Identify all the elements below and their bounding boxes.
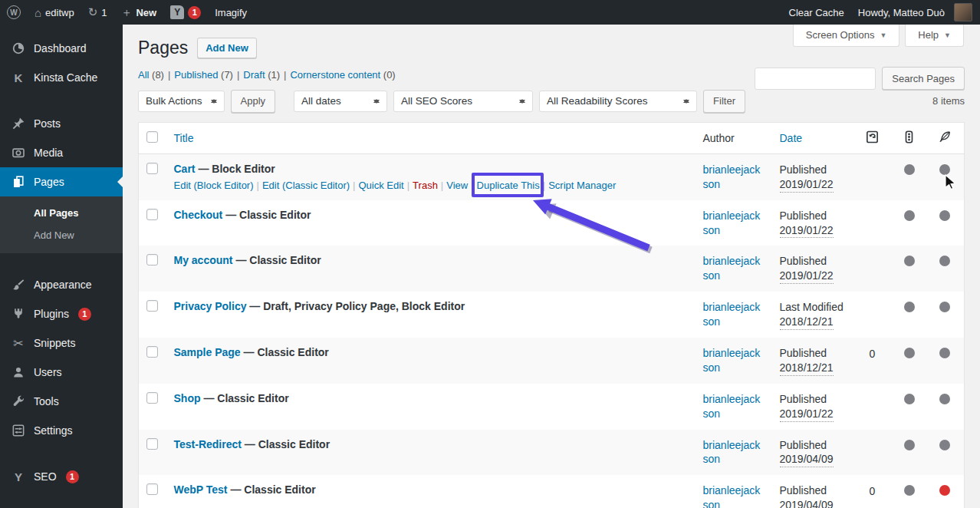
avatar	[954, 3, 972, 21]
sidebar-item-snippets[interactable]: ✂ Snippets	[0, 328, 123, 358]
date-status: Published	[780, 163, 845, 177]
row-action-script-manager[interactable]: Script Manager	[548, 180, 616, 191]
view-count: (7)	[218, 69, 233, 81]
row-action-quick-edit[interactable]: Quick Edit	[358, 180, 403, 191]
seo-scores-filter-select[interactable]: All SEO Scores	[393, 91, 533, 112]
sidebar-item-plugins[interactable]: Plugins 1	[0, 299, 123, 328]
screen-options-tab[interactable]: Screen Options ▼	[793, 25, 900, 47]
imagify-menu[interactable]: Imagify	[208, 0, 254, 25]
sidebar-item-pages[interactable]: Pages	[0, 167, 123, 196]
sidebar-item-media[interactable]: Media	[0, 138, 123, 167]
table-row: Checkout — Classic Editor brianleejackso…	[139, 200, 965, 246]
separator: |	[237, 69, 239, 81]
sidebar-item-dashboard[interactable]: Dashboard	[0, 34, 123, 63]
page-title-link[interactable]: Privacy Policy	[174, 300, 247, 312]
sidebar-item-settings[interactable]: Settings	[0, 416, 123, 445]
table-header-row: Title Author Date	[139, 122, 965, 153]
date-value: 2019/01/22	[780, 177, 834, 193]
new-content-menu[interactable]: ＋ New	[113, 0, 163, 25]
wp-logo-menu[interactable]: W	[0, 0, 28, 25]
author-link[interactable]: brianleejackson	[703, 483, 765, 508]
author-link[interactable]: brianleejackson	[703, 346, 765, 375]
kinsta-icon: K	[11, 70, 26, 85]
page-title-link[interactable]: Shop	[174, 392, 201, 404]
apply-button[interactable]: Apply	[231, 90, 276, 113]
filter-button[interactable]: Filter	[703, 90, 745, 113]
column-header-seo-score[interactable]	[893, 122, 926, 153]
row-checkbox[interactable]	[146, 300, 158, 312]
row-action-duplicate-this[interactable]: Duplicate This	[477, 180, 540, 191]
row-checkbox[interactable]	[146, 163, 158, 174]
plug-icon	[11, 306, 26, 322]
page-title-link[interactable]: Test-Redirect	[174, 438, 242, 450]
row-action-edit-block-editor-[interactable]: Edit (Block Editor)	[174, 180, 254, 191]
user-icon	[11, 365, 26, 380]
page-title-link[interactable]: My account	[174, 254, 233, 266]
items-count: 8 items	[932, 95, 965, 107]
view-filter-draft[interactable]: Draft	[243, 69, 265, 81]
view-filter-all[interactable]: All	[138, 69, 149, 81]
row-checkbox[interactable]	[146, 209, 158, 220]
author-link[interactable]: brianleejackson	[703, 209, 765, 238]
table-row: Shop — Classic Editor brianleejackson Pu…	[139, 384, 965, 430]
view-filter-published[interactable]: Published	[174, 69, 218, 81]
sidebar-item-kinsta-cache[interactable]: K Kinsta Cache	[0, 63, 123, 92]
my-account-menu[interactable]: Howdy, Matteo Duò	[851, 0, 980, 25]
date-status: Published	[780, 392, 845, 407]
column-header-redirects[interactable]	[853, 122, 893, 153]
view-count: (1)	[265, 69, 281, 81]
author-link[interactable]: brianleejackson	[703, 438, 765, 467]
row-checkbox[interactable]	[146, 254, 158, 266]
column-header-date[interactable]: Date	[772, 122, 853, 153]
yoast-notification-badge: 1	[188, 6, 201, 19]
row-checkbox[interactable]	[146, 438, 158, 450]
post-states: — Classic Editor	[222, 209, 311, 221]
updates-menu[interactable]: ↻ 1	[81, 0, 114, 25]
bulk-actions-select[interactable]: Bulk Actions	[138, 91, 225, 112]
sidebar-item-appearance[interactable]: Appearance	[0, 270, 123, 299]
date-value: 2019/04/09	[780, 452, 834, 467]
search-pages-button[interactable]: Search Pages	[882, 67, 965, 90]
page-title-link[interactable]: Checkout	[174, 209, 223, 221]
row-action-edit-classic-editor-[interactable]: Edit (Classic Editor)	[262, 180, 350, 191]
help-tab[interactable]: Help ▼	[905, 25, 964, 47]
post-states: — Classic Editor	[228, 483, 316, 496]
search-input[interactable]	[755, 68, 876, 90]
view-filter-cornerstone-content[interactable]: Cornerstone content	[290, 69, 380, 81]
select-all-checkbox[interactable]	[146, 131, 158, 143]
yoast-icon: Y	[11, 469, 26, 484]
separator: |	[257, 180, 259, 191]
submenu-item-add-new[interactable]: Add New	[0, 224, 123, 246]
sidebar-item-tools[interactable]: Tools	[0, 387, 123, 416]
row-checkbox[interactable]	[146, 346, 158, 358]
row-actions: Edit (Block Editor)|Edit (Classic Editor…	[174, 180, 688, 191]
add-new-button[interactable]: Add New	[197, 38, 257, 58]
sidebar-item-seo[interactable]: Y SEO 1	[0, 462, 123, 491]
yoast-menu[interactable]: Y 1	[163, 0, 208, 25]
sidebar-item-posts[interactable]: Posts	[0, 109, 123, 138]
column-header-readability-score[interactable]	[926, 122, 965, 153]
submenu-item-all-pages[interactable]: All Pages	[0, 202, 123, 224]
sidebar-item-users[interactable]: Users	[0, 358, 123, 387]
row-action-view[interactable]: View	[446, 180, 468, 191]
row-checkbox[interactable]	[146, 392, 158, 404]
column-header-title[interactable]: Title	[166, 122, 696, 153]
dates-filter-select[interactable]: All dates	[294, 91, 387, 112]
site-name-menu[interactable]: ⌂ editwp	[28, 0, 81, 25]
row-checkbox[interactable]	[146, 483, 158, 495]
post-states: — Draft, Privacy Policy Page, Block Edit…	[246, 300, 465, 312]
author-link[interactable]: brianleejackson	[703, 392, 765, 421]
author-link[interactable]: brianleejackson	[703, 254, 765, 283]
page-title-link[interactable]: Cart	[174, 163, 196, 175]
author-link[interactable]: brianleejackson	[703, 163, 765, 192]
clear-cache-button[interactable]: Clear Cache	[782, 0, 851, 25]
date-value: 2019/01/22	[780, 223, 834, 239]
row-action-trash[interactable]: Trash	[413, 180, 438, 191]
readability-score-dot	[939, 164, 950, 175]
author-link[interactable]: brianleejackson	[703, 300, 765, 329]
table-row: Sample Page — Classic Editor brianleejac…	[139, 338, 965, 384]
readability-scores-filter-select[interactable]: All Readability Scores	[539, 91, 697, 112]
date-status: Published	[780, 483, 845, 498]
page-title-link[interactable]: Sample Page	[174, 346, 241, 358]
page-title-link[interactable]: WebP Test	[174, 483, 228, 496]
